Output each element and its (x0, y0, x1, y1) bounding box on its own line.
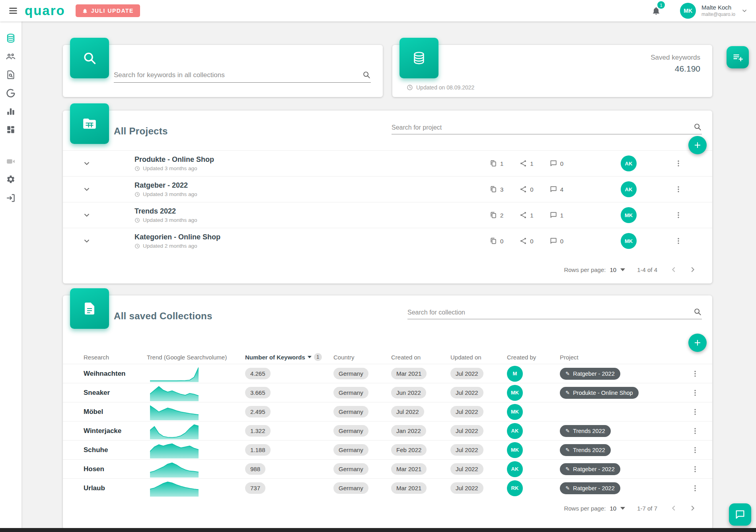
row-menu-kebab-icon[interactable] (670, 207, 686, 223)
add-keywords-edge-button[interactable] (727, 46, 749, 68)
sidebar-item-logout[interactable] (3, 190, 19, 206)
collection-row[interactable]: Hosen 988 Germany Mar 2021 Jul 2022 AK R… (63, 459, 712, 478)
next-page-icon[interactable] (688, 504, 697, 513)
next-page-icon[interactable] (688, 265, 697, 274)
collection-name[interactable]: Sneaker (84, 389, 147, 397)
row-menu-kebab-icon[interactable] (670, 181, 686, 197)
user-menu-chevron-icon[interactable] (741, 7, 748, 14)
collection-row[interactable]: Weihnachten 4.265 Germany Mar 2021 Jul 2… (63, 364, 712, 383)
project-chip[interactable]: Produkte - Online Shop (560, 387, 639, 399)
collection-name[interactable]: Hosen (84, 465, 147, 473)
collection-name[interactable]: Weihnachten (84, 370, 147, 378)
chat-support-button[interactable] (729, 503, 751, 526)
project-chip[interactable]: Ratgeber - 2022 (560, 482, 620, 494)
project-name[interactable]: Kategorien - Online Shop (134, 233, 489, 241)
keyword-count-chip: 2.495 (245, 406, 271, 417)
project-search-input[interactable] (392, 124, 693, 131)
clock-icon (134, 166, 140, 171)
search-icon[interactable] (693, 122, 702, 131)
project-owner-avatar: AK (621, 181, 637, 197)
row-menu-kebab-icon[interactable] (687, 423, 703, 439)
project-chip[interactable]: Trends 2022 (560, 425, 611, 437)
expand-chevron-icon[interactable] (79, 233, 95, 249)
collection-row[interactable]: Winterjacke 1.322 Germany Jan 2022 Jul 2… (63, 421, 712, 440)
column-project[interactable]: Project (560, 354, 678, 361)
trend-sparkline (150, 365, 199, 382)
collection-name[interactable]: Urlaub (84, 484, 147, 492)
sidebar-item-settings[interactable] (3, 172, 19, 188)
row-menu-kebab-icon[interactable] (687, 442, 703, 458)
global-search-input[interactable] (114, 71, 362, 79)
sidebar-item-rankings[interactable] (3, 103, 19, 119)
collection-row[interactable]: Schuhe 1.188 Germany Feb 2022 Jul 2022 M… (63, 440, 712, 459)
expand-chevron-icon[interactable] (79, 155, 95, 171)
notifications-bell-icon[interactable]: 1 (649, 4, 663, 18)
project-owner-avatar: AK (621, 155, 637, 171)
search-icon[interactable] (693, 307, 702, 316)
hamburger-menu-icon[interactable] (8, 6, 18, 16)
column-updated-on[interactable]: Updated on (450, 354, 507, 361)
project-chip[interactable]: Ratgeber - 2022 (560, 463, 620, 475)
project-chip[interactable]: Ratgeber - 2022 (560, 368, 620, 380)
row-menu-kebab-icon[interactable] (687, 385, 703, 401)
collection-row[interactable]: Sneaker 3.665 Germany Jun 2022 Jul 2022 … (63, 383, 712, 402)
project-name[interactable]: Trends 2022 (134, 207, 489, 216)
row-menu-kebab-icon[interactable] (687, 366, 703, 382)
column-created-by[interactable]: Created by (507, 354, 560, 361)
search-submit-icon[interactable] (362, 70, 371, 79)
quaro-logo[interactable]: quaro (25, 3, 65, 18)
sidebar-item-collections[interactable] (3, 30, 19, 46)
row-menu-kebab-icon[interactable] (670, 155, 686, 171)
column-trend: Trend (Google Searchvolume) (147, 354, 245, 361)
column-country[interactable]: Country (333, 354, 391, 361)
sidebar-item-video[interactable] (3, 153, 19, 169)
user-avatar[interactable]: MK (680, 3, 696, 19)
expand-chevron-icon[interactable] (79, 207, 95, 223)
previous-page-icon[interactable] (669, 504, 678, 513)
comments-count: 4 (560, 186, 563, 193)
column-number-of-keywords[interactable]: Number of Keywords 1 (245, 353, 333, 361)
copy-icon (489, 237, 497, 245)
project-row[interactable]: Trends 2022 Updated 3 months ago 2 (63, 202, 712, 228)
projects-title: All Projects (114, 126, 168, 137)
sidebar-item-keyword-research[interactable] (3, 49, 19, 64)
pagination-range: 1-7 of 7 (637, 505, 657, 512)
project-row[interactable]: Produkte - Online Shop Updated 3 months … (63, 150, 712, 176)
collection-name[interactable]: Möbel (84, 408, 147, 416)
project-name[interactable]: Produkte - Online Shop (134, 155, 489, 164)
global-search-field (114, 70, 371, 83)
project-row[interactable]: Kategorien - Online Shop Updated 2 month… (63, 228, 712, 254)
collection-name[interactable]: Schuhe (84, 446, 147, 454)
project-stats: 2 1 1 (489, 211, 613, 219)
column-created-on[interactable]: Created on (391, 354, 450, 361)
row-menu-kebab-icon[interactable] (687, 404, 703, 420)
rows-per-page-select[interactable]: 10 (610, 266, 625, 273)
collection-row[interactable]: Urlaub 737 Germany Mar 2021 Jul 2022 RK … (63, 478, 712, 497)
row-menu-kebab-icon[interactable] (687, 461, 703, 477)
project-row[interactable]: Ratgeber - 2022 Updated 3 months ago 3 (63, 176, 712, 202)
add-project-button[interactable] (688, 136, 707, 154)
copy-icon (489, 211, 497, 219)
project-updated-text: Updated 2 months ago (143, 243, 197, 249)
sidebar-item-google[interactable] (3, 85, 19, 101)
collection-name[interactable]: Winterjacke (84, 427, 147, 435)
add-collection-button[interactable] (688, 334, 707, 352)
project-chip[interactable]: Trends 2022 (560, 444, 611, 456)
expand-chevron-icon[interactable] (79, 181, 95, 197)
comments-stat: 0 (549, 237, 563, 245)
previous-page-icon[interactable] (669, 265, 678, 274)
collection-search-input[interactable] (407, 309, 693, 316)
shares-count: 0 (530, 186, 533, 193)
update-badge[interactable]: JULI UPDATE (76, 4, 140, 17)
project-name[interactable]: Ratgeber - 2022 (134, 181, 489, 190)
sidebar-item-dashboard[interactable] (3, 122, 19, 138)
collection-row[interactable]: Möbel 2.495 Germany Jul 2022 Jul 2022 MK (63, 402, 712, 421)
column-research[interactable]: Research (84, 354, 147, 361)
share-icon (519, 237, 527, 245)
sidebar-item-site-audit[interactable] (3, 67, 19, 83)
updated-on-chip: Jul 2022 (450, 406, 483, 417)
row-menu-kebab-icon[interactable] (670, 233, 686, 249)
collections-card-icon (70, 288, 109, 329)
row-menu-kebab-icon[interactable] (687, 480, 703, 496)
rows-per-page-select[interactable]: 10 (610, 505, 625, 512)
